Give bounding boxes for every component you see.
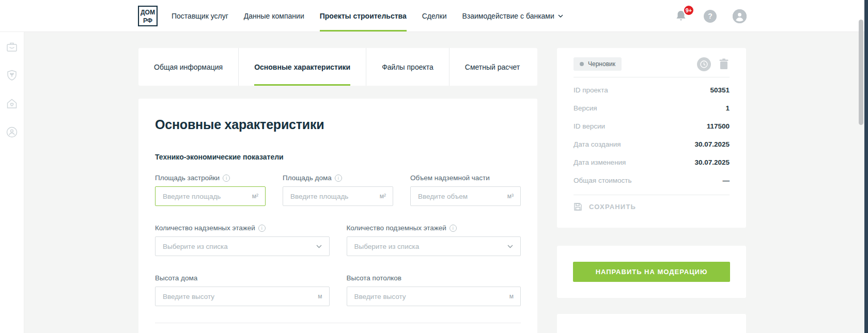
notifications-bell-icon[interactable]: 9+	[674, 9, 688, 23]
user-avatar[interactable]	[733, 9, 747, 23]
house-height-input[interactable]	[156, 287, 329, 306]
nav-item-construction-projects[interactable]: Проекты строительства	[312, 0, 414, 31]
meta-row-created-date: Дата создания 30.07.2025	[574, 135, 730, 153]
info-icon[interactable]	[258, 225, 266, 232]
tab-project-files[interactable]: Файлы проекта	[366, 48, 449, 86]
main-content: Общая информация Основные характеристики…	[138, 48, 537, 333]
tab-general-info[interactable]: Общая информация	[138, 48, 238, 86]
status-badge: Черновик	[574, 57, 622, 71]
nav-item-company-data[interactable]: Данные компании	[236, 0, 312, 31]
nav-item-label: Взаимодействие с банками	[462, 12, 554, 20]
tab-label: Файлы проекта	[382, 63, 433, 71]
info-icon[interactable]	[450, 225, 457, 232]
main-nav: Поставщик услуг Данные компании Проекты …	[164, 0, 571, 31]
floors-below-select[interactable]: Выберите из списка	[347, 236, 521, 256]
status-label: Черновик	[588, 60, 615, 68]
project-meta-list: ID проекта 50351 Версия 1 ID версии 1175…	[574, 81, 730, 189]
left-sidebar	[0, 32, 24, 333]
history-clock-icon[interactable]	[697, 57, 711, 71]
nav-item-supplier[interactable]: Поставщик услуг	[164, 0, 236, 31]
save-button-label: СОХРАНИТЬ	[589, 203, 636, 211]
form-divider	[155, 323, 521, 323]
tab-label: Сметный расчет	[465, 63, 520, 71]
house-heart-icon[interactable]	[5, 97, 19, 110]
nav-item-label: Сделки	[422, 12, 447, 20]
select-placeholder: Выберите из списка	[354, 243, 420, 250]
form-row-floors: Количество надземных этажей Выберите из …	[155, 224, 521, 256]
additional-card	[557, 314, 746, 333]
field-floors-above: Количество надземных этажей Выберите из …	[155, 224, 330, 256]
person-circle-icon[interactable]	[5, 125, 19, 139]
meta-row-version-id: ID версии 117500	[574, 117, 730, 135]
characteristics-form-card: Основные характеристики Технико-экономич…	[138, 99, 537, 333]
moderation-card: НАПРАВИТЬ НА МОДЕРАЦИЮ	[557, 246, 746, 298]
panel-divider	[574, 195, 730, 195]
nav-item-label: Проекты строительства	[320, 12, 407, 20]
field-house-height: Высота дома м	[155, 274, 330, 306]
meta-row-total-cost: Общая стоимость —	[574, 171, 730, 189]
nav-item-bank-interaction[interactable]: Взаимодействие с банками	[454, 0, 570, 31]
meta-row-modified-date: Дата изменения 30.07.2025	[574, 153, 730, 171]
field-label: Объем надземной части	[410, 174, 490, 182]
send-to-moderation-button[interactable]: НАПРАВИТЬ НА МОДЕРАЦИЮ	[573, 262, 730, 282]
field-area-building: Площадь застройки м²	[155, 173, 266, 206]
field-label: Высота дома	[155, 274, 197, 282]
header-actions: 9+ ?	[674, 0, 747, 32]
area-house-input[interactable]	[283, 187, 393, 205]
briefcase-icon[interactable]	[5, 40, 19, 54]
shield-icon[interactable]	[5, 69, 19, 82]
nav-item-label: Поставщик услуг	[172, 12, 228, 20]
field-ceiling-height: Высота потолков м	[347, 274, 521, 306]
domrf-logo-icon[interactable]: ДОМ РФ	[138, 6, 158, 26]
nav-item-deals[interactable]: Сделки	[414, 0, 455, 31]
field-volume-above: Объем надземной части м³	[410, 173, 521, 206]
section-heading: Технико-экономические показатели	[155, 153, 521, 161]
chevron-down-icon	[316, 245, 322, 248]
help-glyph: ?	[708, 12, 712, 20]
project-info-card: Черновик ID проекта 50351	[557, 48, 746, 228]
info-icon[interactable]	[335, 175, 342, 182]
form-row-heights: Высота дома м Высота потолков м	[155, 274, 521, 306]
chevron-down-icon	[507, 245, 513, 248]
chevron-down-icon	[558, 14, 563, 18]
meta-row-project-id: ID проекта 50351	[574, 81, 730, 99]
field-floors-below: Количество подземных этажей Выберите из …	[347, 224, 521, 256]
area-building-input[interactable]	[156, 187, 265, 205]
notification-count-badge: 9+	[683, 5, 694, 16]
info-icon[interactable]	[223, 175, 230, 182]
field-label: Площадь застройки	[155, 174, 220, 182]
panel-divider	[574, 77, 730, 77]
help-icon[interactable]: ?	[704, 10, 717, 23]
page-title: Основные характеристики	[155, 117, 521, 132]
ceiling-height-input[interactable]	[347, 287, 521, 306]
field-label: Высота потолков	[347, 274, 402, 282]
window-edge-strip	[864, 0, 868, 333]
save-floppy-icon	[574, 202, 582, 211]
tab-label: Общая информация	[154, 63, 223, 71]
scrollbar-thumb[interactable]	[859, 20, 863, 125]
field-label: Площадь дома	[283, 174, 332, 182]
field-area-house: Площадь дома м²	[283, 173, 393, 206]
status-dot-icon	[580, 62, 584, 66]
field-label: Количество подземных этажей	[347, 224, 446, 232]
tab-estimate[interactable]: Сметный расчет	[449, 48, 535, 86]
tab-label: Основные характеристики	[254, 63, 350, 71]
trash-icon[interactable]	[718, 58, 730, 70]
nav-item-label: Данные компании	[244, 12, 304, 20]
form-row-areas: Площадь застройки м² Площадь дома м²	[155, 173, 521, 206]
select-placeholder: Выберите из списка	[163, 243, 228, 250]
save-button[interactable]: СОХРАНИТЬ	[574, 202, 730, 211]
tab-main-characteristics[interactable]: Основные характеристики	[238, 48, 366, 86]
field-label: Количество надземных этажей	[155, 224, 255, 232]
project-side-panel: Черновик ID проекта 50351	[557, 48, 746, 333]
svg-text:ДОМ: ДОМ	[141, 9, 155, 16]
project-tabs: Общая информация Основные характеристики…	[138, 48, 537, 86]
top-nav-bar: ДОМ РФ Поставщик услуг Данные компании П…	[0, 0, 868, 32]
volume-above-input[interactable]	[411, 187, 520, 205]
meta-row-version: Версия 1	[574, 99, 730, 117]
floors-above-select[interactable]: Выберите из списка	[155, 236, 330, 256]
svg-text:РФ: РФ	[143, 17, 152, 24]
